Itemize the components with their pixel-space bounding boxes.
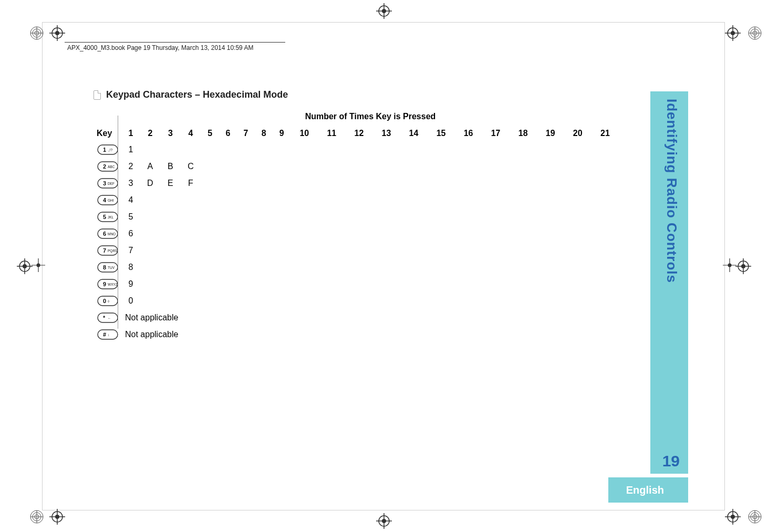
svg-text:GHI: GHI <box>108 199 114 202</box>
section-title: Keypad Characters – Hexadecimal Mode <box>106 89 288 100</box>
cell <box>318 175 345 192</box>
cell <box>273 259 290 276</box>
cell <box>345 242 372 259</box>
cell <box>318 293 345 309</box>
cell <box>140 242 160 259</box>
svg-text:7: 7 <box>103 247 106 254</box>
column-header: 14 <box>400 126 427 141</box>
cell <box>237 242 255 259</box>
svg-text:JKL: JKL <box>108 215 114 219</box>
cell <box>180 141 201 158</box>
cell <box>219 242 237 259</box>
cell <box>510 276 537 293</box>
cell <box>537 192 564 208</box>
cell <box>482 208 510 225</box>
table-row: 2 ABC 2ABC <box>94 158 619 175</box>
svg-text:←: ← <box>108 316 111 320</box>
cell <box>318 242 345 259</box>
cell <box>255 192 273 208</box>
column-header: 6 <box>219 126 237 141</box>
svg-point-29 <box>728 264 732 267</box>
cell <box>482 259 510 276</box>
svg-text:4: 4 <box>103 197 107 203</box>
table-wrapper: Number of Times Key is Pressed Key 12345… <box>94 111 643 343</box>
cell <box>372 158 400 175</box>
svg-text:#: # <box>103 331 106 338</box>
cell <box>428 259 455 276</box>
cell <box>400 192 427 208</box>
cell <box>482 192 510 208</box>
cell <box>255 293 273 309</box>
cell <box>455 242 482 259</box>
cell <box>428 208 455 225</box>
cell <box>180 225 201 242</box>
cell: 9 <box>122 276 140 293</box>
cell <box>482 158 510 175</box>
cell <box>140 141 160 158</box>
cell <box>290 175 318 192</box>
svg-text:PQRS: PQRS <box>108 249 118 253</box>
cell <box>591 175 619 192</box>
column-header: 13 <box>372 126 400 141</box>
table-caption: Number of Times Key is Pressed <box>122 111 619 126</box>
cell <box>564 192 591 208</box>
cell <box>273 158 290 175</box>
cell <box>140 208 160 225</box>
cell <box>537 175 564 192</box>
keypad-table: Number of Times Key is Pressed Key 12345… <box>94 111 619 343</box>
cell <box>219 158 237 175</box>
table-row: 1 .,!? 1 <box>94 141 619 158</box>
cell <box>201 141 219 158</box>
cell: F <box>180 175 201 192</box>
cell <box>201 158 219 175</box>
cell <box>161 276 181 293</box>
cell <box>201 259 219 276</box>
cell <box>255 225 273 242</box>
cell <box>219 293 237 309</box>
svg-text:ABC: ABC <box>108 165 115 169</box>
cell <box>201 242 219 259</box>
table-row: * ← Not applicable <box>94 309 619 326</box>
cell <box>161 192 181 208</box>
cell <box>372 208 400 225</box>
cell <box>428 293 455 309</box>
registration-mark-icon <box>376 3 392 19</box>
svg-text:1: 1 <box>103 147 106 153</box>
cell <box>345 158 372 175</box>
section-title-row: Keypad Characters – Hexadecimal Mode <box>94 89 643 100</box>
cell <box>428 175 455 192</box>
cell <box>255 276 273 293</box>
cell: B <box>161 158 181 175</box>
cell <box>372 141 400 158</box>
cell <box>219 276 237 293</box>
cell <box>237 158 255 175</box>
svg-text:6: 6 <box>103 231 106 237</box>
cell <box>318 192 345 208</box>
cell: 5 <box>122 208 140 225</box>
registration-mark-icon <box>49 25 65 41</box>
cell <box>372 242 400 259</box>
cell <box>255 158 273 175</box>
cell <box>273 276 290 293</box>
cell <box>237 259 255 276</box>
cell <box>140 276 160 293</box>
cell <box>219 225 237 242</box>
cell <box>273 293 290 309</box>
cell <box>537 158 564 175</box>
cell <box>591 208 619 225</box>
column-header: 16 <box>455 126 482 141</box>
cell <box>345 225 372 242</box>
cell <box>455 276 482 293</box>
cell <box>201 208 219 225</box>
cell <box>400 208 427 225</box>
column-header: 15 <box>428 126 455 141</box>
svg-text:↕: ↕ <box>108 333 109 337</box>
cell <box>161 242 181 259</box>
cell <box>318 276 345 293</box>
svg-text:MNO: MNO <box>108 232 116 236</box>
svg-text:*: * <box>103 315 106 321</box>
cell <box>255 208 273 225</box>
cell <box>201 293 219 309</box>
cell <box>140 225 160 242</box>
cell <box>372 225 400 242</box>
